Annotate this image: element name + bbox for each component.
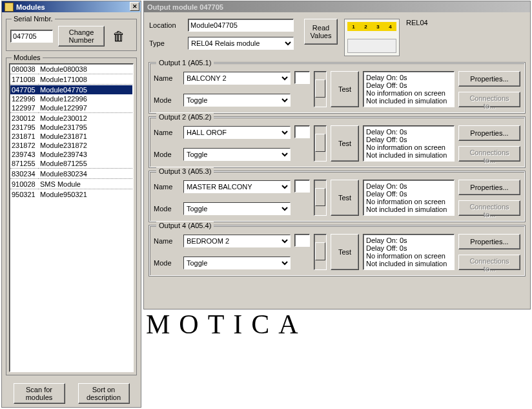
connections-to-button[interactable]: Connections to... — [458, 255, 520, 270]
folder-icon — [5, 3, 14, 12]
output-group-4: Name BEDROOM 2 Mode Toggle Test Delay On… — [149, 225, 525, 276]
location-label: Location — [149, 21, 188, 29]
module-row[interactable]: 171008Module171008 — [10, 75, 132, 84]
output-name-select[interactable]: BEDROOM 2 — [183, 235, 291, 247]
output-group-2: Name HALL OROF Mode Toggle Test Delay On… — [149, 117, 525, 167]
module-row[interactable]: 080038Module080038 — [10, 65, 132, 74]
test-button[interactable]: Test — [331, 180, 359, 216]
name-label: Name — [154, 237, 183, 245]
change-number-button[interactable]: Change Number — [58, 26, 105, 47]
properties-button[interactable]: Properties... — [458, 125, 520, 141]
output-info-text: Delay On: 0s Delay Off: 0s No informatio… — [363, 180, 455, 216]
module-row[interactable]: 122996Module122996 — [10, 94, 132, 103]
output-value-input[interactable] — [294, 125, 310, 138]
mode-label: Mode — [154, 205, 183, 213]
output-level-slider[interactable] — [314, 180, 327, 216]
module-row[interactable]: 122997Module122997 — [10, 103, 132, 112]
modules-panel: Modules ✕ Change Number 🗑 080038Module08… — [1, 1, 141, 408]
output-module-title: Output module 047705 — [147, 3, 223, 11]
serial-number-group: Change Number 🗑 — [6, 19, 137, 51]
module-row[interactable]: 910028SMS Module — [10, 180, 132, 189]
type-label: Type — [149, 39, 188, 47]
sort-on-description-button[interactable]: Sort on description — [78, 383, 130, 404]
modules-titlebar: Modules ✕ — [2, 1, 141, 12]
watermark-text: MOTICA — [146, 309, 307, 340]
trash-icon[interactable]: 🗑 — [110, 26, 128, 46]
output-level-slider[interactable] — [314, 234, 327, 270]
close-button[interactable]: ✕ — [130, 2, 139, 11]
scan-for-modules-button[interactable]: Scan for modules — [14, 383, 65, 404]
module-row[interactable]: 047705Module047705 — [10, 85, 132, 94]
module-row[interactable]: 239743Module239743 — [10, 150, 132, 159]
module-row[interactable]: 231872Module231872 — [10, 141, 132, 150]
type-select[interactable]: REL04 Relais module — [188, 37, 294, 50]
output-value-input[interactable] — [294, 71, 310, 84]
output-mode-select[interactable]: Toggle — [183, 257, 291, 269]
output-group-3: Name MASTER BALCONY Mode Toggle Test Del… — [149, 171, 525, 222]
output-value-input[interactable] — [294, 234, 310, 247]
module-row[interactable]: 871255Module871255 — [10, 159, 132, 168]
name-label: Name — [154, 129, 183, 136]
header-row: Location Type REL04 Relais module Read V… — [144, 12, 530, 59]
output-mode-select[interactable]: Toggle — [183, 202, 291, 215]
connections-to-button[interactable]: Connections to... — [458, 200, 520, 216]
mode-label: Mode — [154, 259, 183, 267]
mode-label: Mode — [154, 151, 183, 158]
modules-bottom-buttons: Scan for modules Sort on description — [2, 379, 141, 406]
output-name-select[interactable]: MASTER BALCONY — [183, 180, 291, 193]
output-module-panel: Output module 047705 Location Type REL04… — [143, 1, 531, 309]
output-info-text: Delay On: 0s Delay Off: 0s No informatio… — [363, 125, 455, 162]
modules-title: Modules — [16, 3, 45, 11]
output-group-1: Name BALCONY 2 Mode Toggle Test Delay On… — [149, 63, 525, 113]
properties-button[interactable]: Properties... — [458, 234, 520, 249]
output-level-slider[interactable] — [314, 125, 327, 162]
output-mode-select[interactable]: Toggle — [183, 94, 291, 107]
device-code-label: REL04 — [406, 19, 428, 26]
name-label: Name — [154, 183, 183, 191]
test-button[interactable]: Test — [331, 125, 359, 162]
module-row[interactable]: 950321Module950321 — [10, 190, 132, 199]
location-input[interactable] — [188, 19, 294, 32]
modules-list-group: 080038Module080038 171008Module171008 04… — [6, 58, 137, 375]
output-module-titlebar: Output module 047705 — [144, 1, 530, 12]
read-values-button[interactable]: Read Values — [304, 19, 338, 45]
serial-number-input[interactable] — [10, 30, 53, 43]
mode-label: Mode — [154, 96, 183, 104]
output-info-text: Delay On: 0s Delay Off: 0s No informatio… — [363, 71, 455, 107]
module-row[interactable]: 230012Module230012 — [10, 114, 132, 123]
output-name-select[interactable]: BALCONY 2 — [183, 72, 291, 85]
connections-to-button[interactable]: Connections to... — [458, 146, 520, 162]
test-button[interactable]: Test — [331, 71, 359, 107]
modules-listbox[interactable]: 080038Module080038 171008Module171008 04… — [9, 63, 134, 372]
connections-to-button[interactable]: Connections to... — [458, 92, 520, 107]
module-row[interactable]: 830234Module830234 — [10, 169, 132, 178]
name-label: Name — [154, 74, 183, 82]
output-name-select[interactable]: HALL OROF — [183, 126, 291, 139]
output-info-text: Delay On: 0s Delay Off: 0s No informatio… — [363, 234, 455, 270]
properties-button[interactable]: Properties... — [458, 180, 520, 195]
module-row[interactable]: 231795Module231795 — [10, 123, 132, 132]
output-mode-select[interactable]: Toggle — [183, 148, 291, 161]
test-button[interactable]: Test — [331, 234, 359, 270]
device-image: 1234 — [344, 19, 400, 56]
output-level-slider[interactable] — [314, 71, 327, 107]
properties-button[interactable]: Properties... — [458, 71, 520, 87]
module-row[interactable]: 231871Module231871 — [10, 132, 132, 141]
output-value-input[interactable] — [294, 180, 310, 193]
